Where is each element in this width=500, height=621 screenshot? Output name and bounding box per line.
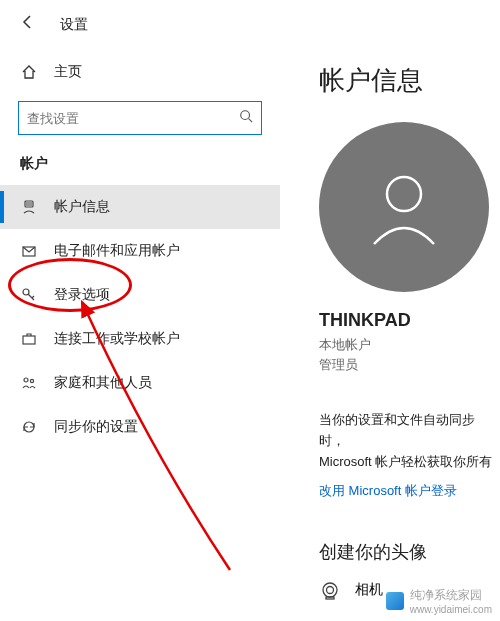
sidebar-item-signin-options[interactable]: 登录选项 [0, 273, 280, 317]
svg-point-14 [327, 587, 334, 594]
sidebar-item-sync[interactable]: 同步你的设置 [0, 405, 280, 449]
home-label: 主页 [54, 63, 82, 81]
sidebar-item-label: 电子邮件和应用帐户 [54, 242, 180, 260]
sidebar-section-title: 帐户 [0, 149, 280, 185]
svg-rect-9 [23, 336, 35, 344]
watermark-logo-icon [386, 592, 404, 610]
sync-icon [20, 419, 38, 435]
account-type-local: 本地帐户 [319, 335, 500, 355]
sidebar-item-family[interactable]: 家庭和其他人员 [0, 361, 280, 405]
avatar [319, 122, 489, 292]
svg-point-12 [387, 177, 421, 211]
family-icon [20, 375, 38, 391]
back-icon[interactable] [20, 14, 36, 35]
svg-rect-2 [25, 201, 33, 207]
create-avatar-heading: 创建你的头像 [319, 540, 500, 564]
svg-line-8 [32, 296, 34, 298]
sync-description: 当你的设置和文件自动同步时， Microsoft 帐户轻松获取你所有 [319, 410, 500, 472]
use-microsoft-account-link[interactable]: 改用 Microsoft 帐户登录 [319, 482, 500, 500]
svg-point-0 [241, 111, 250, 120]
briefcase-icon [20, 331, 38, 347]
svg-point-11 [30, 379, 33, 382]
sidebar: 主页 帐户 帐户信息 电子邮件和应用帐户 登录选项 连接工作或学校帐户 [0, 45, 280, 449]
mail-icon [20, 243, 38, 259]
svg-line-1 [249, 119, 253, 123]
home-nav[interactable]: 主页 [0, 53, 280, 91]
watermark-text: 纯净系统家园 [410, 587, 492, 604]
search-box[interactable] [18, 101, 262, 135]
window-title: 设置 [60, 16, 88, 34]
sidebar-item-account-info[interactable]: 帐户信息 [0, 185, 280, 229]
home-icon [20, 64, 38, 80]
sidebar-item-work-school[interactable]: 连接工作或学校帐户 [0, 317, 280, 361]
watermark: 纯净系统家园 www.yidaimei.com [386, 587, 492, 615]
key-icon [20, 287, 38, 303]
sidebar-item-label: 登录选项 [54, 286, 110, 304]
page-title: 帐户信息 [319, 63, 500, 98]
sidebar-item-label: 家庭和其他人员 [54, 374, 152, 392]
search-icon [239, 109, 253, 127]
svg-rect-15 [326, 597, 334, 599]
account-type-admin: 管理员 [319, 355, 500, 375]
sidebar-item-label: 帐户信息 [54, 198, 110, 216]
search-input[interactable] [27, 111, 227, 126]
svg-point-13 [323, 583, 337, 597]
content-area: 帐户信息 THINKPAD 本地帐户 管理员 当你的设置和文件自动同步时， Mi… [295, 45, 500, 600]
camera-label: 相机 [355, 581, 383, 599]
sidebar-item-label: 同步你的设置 [54, 418, 138, 436]
account-name: THINKPAD [319, 310, 500, 331]
header-bar: 设置 [0, 0, 500, 45]
camera-icon [319, 580, 341, 600]
sidebar-item-label: 连接工作或学校帐户 [54, 330, 180, 348]
svg-point-10 [24, 378, 28, 382]
user-icon [20, 199, 38, 215]
sidebar-item-email[interactable]: 电子邮件和应用帐户 [0, 229, 280, 273]
watermark-url: www.yidaimei.com [410, 604, 492, 615]
